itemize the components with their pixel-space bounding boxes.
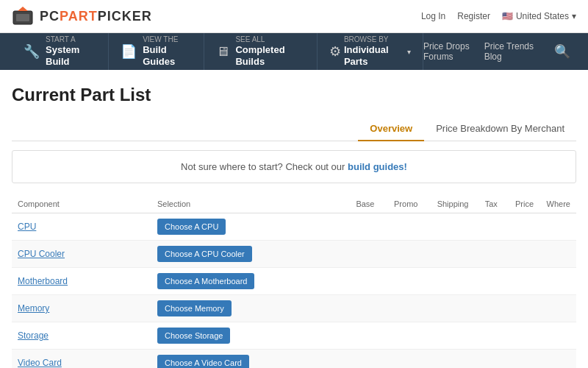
cell-tax-video-card: [474, 350, 503, 369]
choose-btn-memory[interactable]: Choose Memory: [157, 300, 232, 316]
choose-btn-video-card[interactable]: Choose A Video Card: [157, 355, 249, 368]
blog-link[interactable]: Blog: [484, 52, 534, 62]
th-where: Where: [539, 195, 576, 213]
nav-item-system-build[interactable]: 🔧 START A System Build: [12, 33, 109, 70]
nav-item-individual-parts-labels: BROWSE BY Individual Parts: [344, 35, 404, 67]
component-link-video-card[interactable]: Video Card: [18, 358, 62, 368]
table-row: Video Card Choose A Video Card: [12, 350, 576, 369]
th-price: Price: [503, 195, 539, 213]
tab-price-breakdown[interactable]: Price Breakdown By Merchant: [424, 117, 576, 141]
price-trends-link[interactable]: Price Trends: [484, 41, 534, 52]
logo[interactable]: PCPARTPICKER: [12, 5, 152, 27]
cell-promo-cpu: [380, 213, 423, 241]
svg-rect-1: [16, 14, 29, 21]
cell-shipping-motherboard: [423, 268, 474, 295]
info-banner: Not sure where to start? Check out our b…: [12, 150, 576, 183]
nav-big-label-system-build: System Build: [46, 44, 96, 67]
search-icon: 🔍: [554, 44, 570, 59]
logo-text: PCPARTPICKER: [40, 9, 152, 24]
login-link[interactable]: Log In: [421, 11, 445, 21]
cell-where-cpu-cooler: [539, 241, 576, 268]
nav-item-individual-parts[interactable]: ⚙ BROWSE BY Individual Parts ▾: [318, 33, 423, 70]
parts-table: Component Selection Base Promo Shipping …: [12, 195, 576, 368]
page-title: Current Part List: [12, 85, 576, 105]
cell-base-video-card: [337, 350, 380, 369]
component-link-storage[interactable]: Storage: [18, 330, 49, 341]
tabs: Overview Price Breakdown By Merchant: [12, 117, 576, 141]
cell-promo-storage: [380, 322, 423, 350]
cell-price-cpu-cooler: [503, 241, 539, 268]
th-shipping: Shipping: [423, 195, 474, 213]
svg-marker-2: [18, 7, 28, 11]
region-chevron-icon: ▾: [572, 11, 576, 21]
nav-item-system-build-labels: START A System Build: [46, 35, 96, 67]
cell-shipping-cpu: [423, 213, 474, 241]
cell-promo-memory: [380, 295, 423, 322]
cell-base-storage: [337, 322, 380, 350]
cell-promo-motherboard: [380, 268, 423, 295]
cell-price-storage: [503, 322, 539, 350]
th-tax: Tax: [474, 195, 503, 213]
nav-small-label-completed-builds: SEE ALL: [235, 35, 305, 44]
table-row: Memory Choose Memory: [12, 295, 576, 322]
cell-where-cpu: [539, 213, 576, 241]
choose-btn-cpu-cooler[interactable]: Choose A CPU Cooler: [157, 246, 252, 262]
build-guides-link[interactable]: build guides!: [348, 161, 407, 172]
nav-small-label-individual-parts: BROWSE BY: [344, 35, 404, 44]
parts-table-body: CPU Choose A CPU CPU Cooler Choose A CPU…: [12, 213, 576, 369]
cell-shipping-cpu-cooler: [423, 241, 474, 268]
table-row: Storage Choose Storage: [12, 322, 576, 350]
register-link[interactable]: Register: [457, 11, 490, 21]
cell-base-motherboard: [337, 268, 380, 295]
cell-promo-cpu-cooler: [380, 241, 423, 268]
cell-tax-motherboard: [474, 268, 503, 295]
nav-big-label-completed-builds: Completed Builds: [235, 44, 305, 67]
top-nav: PCPARTPICKER Log In Register 🇺🇸 United S…: [0, 0, 588, 33]
choose-btn-storage[interactable]: Choose Storage: [157, 328, 231, 344]
nav-right-group-1: Price Drops Forums: [423, 41, 470, 62]
choose-btn-cpu[interactable]: Choose A CPU: [157, 219, 226, 235]
search-button[interactable]: 🔍: [548, 40, 576, 63]
cell-price-motherboard: [503, 268, 539, 295]
nav-small-label-system-build: START A: [46, 35, 96, 44]
nav-big-label-individual-parts: Individual Parts: [344, 44, 404, 67]
content-area: Current Part List Overview Price Breakdo…: [0, 70, 588, 368]
component-link-memory[interactable]: Memory: [18, 303, 49, 314]
document-icon: 📄: [121, 43, 137, 60]
main-nav: 🔧 START A System Build 📄 VIEW THE Build …: [0, 33, 588, 70]
nav-item-build-guides[interactable]: 📄 VIEW THE Build Guides: [109, 33, 204, 70]
forums-link[interactable]: Forums: [423, 52, 470, 62]
gear-icon: ⚙: [329, 43, 341, 60]
nav-big-label-build-guides: Build Guides: [143, 44, 192, 67]
table-row: Motherboard Choose A Motherboard: [12, 268, 576, 295]
cell-shipping-memory: [423, 295, 474, 322]
logo-icon: [12, 5, 34, 27]
region-label: United States: [516, 11, 569, 21]
cell-price-video-card: [503, 350, 539, 369]
nav-item-completed-builds-labels: SEE ALL Completed Builds: [235, 35, 305, 67]
cell-price-cpu: [503, 213, 539, 241]
tab-overview[interactable]: Overview: [358, 117, 424, 141]
cell-base-memory: [337, 295, 380, 322]
table-header: Component Selection Base Promo Shipping …: [12, 195, 576, 213]
price-drops-link[interactable]: Price Drops: [423, 41, 470, 52]
cell-where-video-card: [539, 350, 576, 369]
cell-shipping-video-card: [423, 350, 474, 369]
component-link-motherboard[interactable]: Motherboard: [18, 276, 68, 286]
cell-tax-memory: [474, 295, 503, 322]
individual-parts-chevron-icon: ▾: [407, 48, 411, 56]
cell-base-cpu: [337, 213, 380, 241]
cell-tax-cpu-cooler: [474, 241, 503, 268]
nav-item-build-guides-labels: VIEW THE Build Guides: [143, 35, 192, 67]
region-selector[interactable]: 🇺🇸 United States ▾: [502, 11, 576, 21]
th-base: Base: [337, 195, 380, 213]
th-component: Component: [12, 195, 151, 213]
cell-shipping-storage: [423, 322, 474, 350]
nav-right-group-2: Price Trends Blog: [484, 41, 534, 62]
component-link-cpu[interactable]: CPU: [18, 222, 36, 232]
choose-btn-motherboard[interactable]: Choose A Motherboard: [157, 273, 255, 289]
info-banner-text: Not sure where to start? Check out our: [181, 161, 348, 172]
nav-item-completed-builds[interactable]: 🖥 SEE ALL Completed Builds: [204, 33, 318, 70]
component-link-cpu-cooler[interactable]: CPU Cooler: [18, 249, 65, 259]
region-flag: 🇺🇸: [502, 11, 513, 21]
